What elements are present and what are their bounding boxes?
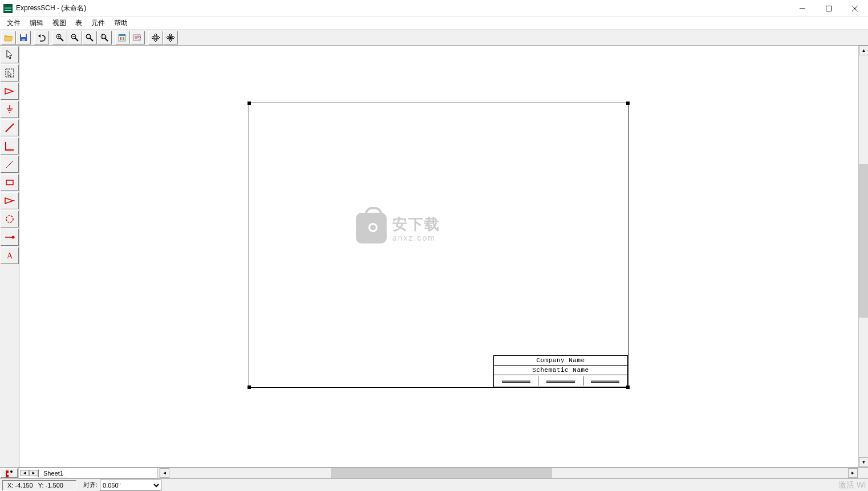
title-block-footer (494, 375, 627, 387)
title-block-cell-1 (494, 376, 538, 386)
library-button[interactable] (115, 31, 130, 44)
zoom-out-button[interactable] (67, 31, 82, 44)
gate-tool[interactable] (1, 192, 19, 209)
canvas-wrap: Company Name Schematic Name 安下载 anxz.com (19, 46, 868, 467)
svg-point-39 (10, 470, 13, 473)
main-toolbar: 1:1 (0, 30, 868, 46)
hscroll-thumb[interactable] (331, 468, 552, 478)
schematic-canvas[interactable]: Company Name Schematic Name 安下载 anxz.com (19, 46, 858, 467)
svg-line-12 (75, 38, 78, 41)
svg-point-35 (6, 216, 13, 222)
x-label: X: (7, 482, 13, 489)
scroll-left-button[interactable]: ◄ (160, 468, 169, 478)
save-button[interactable] (16, 31, 31, 44)
text-tool[interactable]: A (1, 247, 19, 264)
main-area: A Company Name Schematic Name (0, 46, 868, 467)
svg-rect-16 (87, 35, 90, 38)
sheet-tab-label: Sheet1 (43, 470, 63, 477)
sheet-border: Company Name Schematic Name (249, 103, 628, 388)
handle-bottom-left[interactable] (248, 386, 251, 389)
netlist-button[interactable] (130, 31, 145, 44)
menu-sheet[interactable]: 表 (71, 17, 87, 29)
sheet-prev-button[interactable]: ◄ (20, 470, 29, 476)
svg-rect-33 (6, 180, 13, 185)
window-controls (789, 0, 868, 17)
align-label: 对齐: (81, 481, 100, 489)
handle-top-right[interactable] (626, 102, 630, 105)
scroll-right-button[interactable]: ► (848, 468, 858, 478)
menu-view[interactable]: 视图 (48, 17, 71, 29)
vscroll-thumb[interactable] (859, 164, 868, 318)
title-block-company: Company Name (494, 356, 627, 366)
scroll-up-button[interactable]: ▲ (859, 46, 868, 55)
svg-line-31 (6, 124, 14, 132)
rotate-button[interactable] (163, 31, 178, 44)
svg-line-8 (60, 38, 63, 41)
window-title: ExpressSCH - (未命名) (16, 3, 86, 13)
svg-rect-5 (21, 34, 26, 37)
app-icon (3, 4, 13, 13)
scroll-down-button[interactable]: ▼ (859, 457, 868, 467)
svg-line-15 (90, 38, 93, 41)
svg-rect-23 (123, 37, 124, 40)
open-button[interactable] (1, 31, 16, 44)
wire-tool[interactable] (1, 119, 19, 136)
title-block-cell-3 (583, 376, 627, 386)
line-tool[interactable] (1, 156, 19, 173)
title-block-schematic: Schematic Name (494, 366, 627, 375)
scroll-corner (858, 468, 868, 478)
svg-rect-6 (22, 39, 25, 41)
title-bar: ExpressSCH - (未命名) (0, 0, 868, 17)
sheet-tab-1[interactable]: Sheet1 (38, 469, 72, 477)
zoom-in-button[interactable] (52, 31, 67, 44)
title-block-cell-2 (538, 376, 583, 386)
svg-rect-22 (120, 37, 121, 40)
x-value: -4.150 (15, 482, 33, 489)
svg-line-32 (6, 161, 13, 168)
pin-tool[interactable] (1, 229, 19, 246)
handle-top-left[interactable] (248, 102, 251, 105)
y-value: -1.500 (46, 482, 63, 489)
menu-file[interactable]: 文件 (2, 17, 25, 29)
circle-tool[interactable] (1, 210, 19, 228)
y-label: Y: (38, 482, 44, 489)
zoom-fit-button[interactable]: 1:1 (97, 31, 112, 44)
maximize-button[interactable] (816, 0, 842, 17)
sheet-bar: ◄ ► Sheet1 ◄ ► (0, 467, 868, 478)
vertical-toolbar: A (0, 46, 19, 467)
sheet-tab-strip: ◄ ► Sheet1 (18, 468, 158, 478)
rectangle-tool[interactable] (1, 174, 19, 191)
close-button[interactable] (842, 0, 868, 17)
menu-component[interactable]: 元件 (87, 17, 109, 29)
svg-text:A: A (7, 251, 13, 260)
menu-help[interactable]: 帮助 (109, 17, 132, 29)
snap-toggle-button[interactable] (1, 468, 18, 478)
center-button[interactable] (148, 31, 163, 44)
menu-bar: 文件 编辑 视图 表 元件 帮助 (0, 17, 868, 30)
undo-button[interactable] (34, 31, 49, 44)
corner-tool[interactable] (1, 137, 19, 155)
activation-watermark: 激活 Wi (838, 480, 866, 490)
zoom-window-button[interactable] (82, 31, 97, 44)
coordinates-pane: X: -4.150 Y: -1.500 (2, 480, 76, 490)
svg-point-37 (12, 236, 15, 239)
svg-rect-20 (119, 35, 125, 41)
sheet-next-button[interactable]: ► (29, 470, 38, 476)
svg-rect-1 (826, 6, 832, 11)
ground-tool[interactable] (1, 101, 19, 118)
horizontal-scrollbar[interactable]: ◄ ► (159, 468, 858, 478)
status-bar: X: -4.150 Y: -1.500 对齐: 0.050" 激活 Wi (0, 478, 868, 491)
area-select-tool[interactable] (1, 64, 19, 82)
title-block: Company Name Schematic Name (493, 355, 628, 387)
grid-align-select[interactable]: 0.050" (100, 480, 161, 491)
svg-rect-21 (119, 34, 125, 36)
pointer-tool[interactable] (1, 46, 19, 63)
minimize-button[interactable] (789, 0, 816, 17)
svg-text:1:1: 1:1 (102, 35, 107, 39)
menu-edit[interactable]: 编辑 (25, 17, 48, 29)
component-tool[interactable] (1, 83, 19, 100)
svg-point-25 (169, 36, 172, 39)
vertical-scrollbar[interactable]: ▲ ▼ (858, 46, 868, 467)
